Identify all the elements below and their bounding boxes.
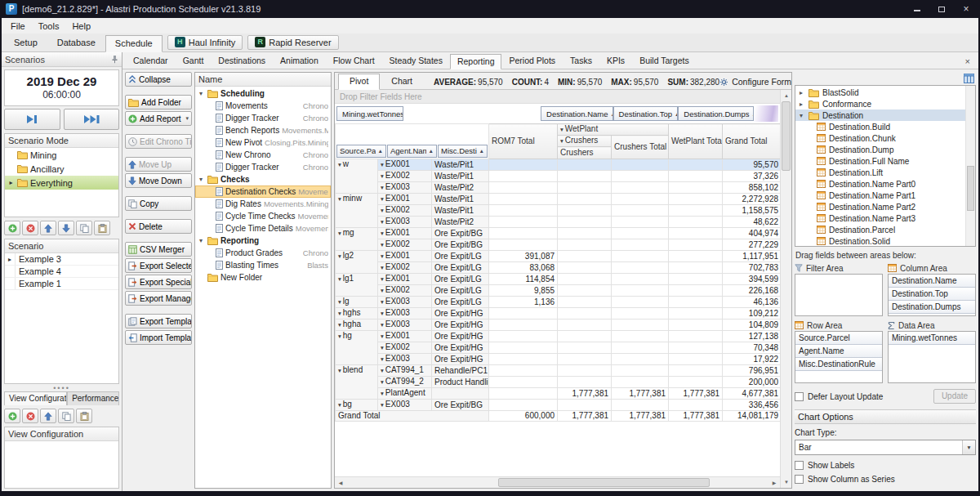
data-cell[interactable] xyxy=(669,274,723,285)
collapse-icon[interactable]: ▾ xyxy=(381,298,384,306)
column-chip-destination-name[interactable]: Destination.Name▲ xyxy=(541,106,613,121)
data-cell[interactable] xyxy=(669,342,723,354)
data-cell[interactable] xyxy=(558,308,612,319)
row-header-agent[interactable]: ▾EX002 xyxy=(378,171,432,182)
col-header-crushers[interactable]: Crushers xyxy=(558,147,612,159)
data-cell[interactable]: 70,348 xyxy=(723,342,782,354)
expander-icon[interactable]: ▾ xyxy=(197,237,205,244)
collapse-icon[interactable]: ▾ xyxy=(560,137,564,145)
data-cell[interactable] xyxy=(489,354,558,365)
data-cell[interactable] xyxy=(489,388,558,400)
tree-report-dig-rates[interactable]: Dig RatesMovements.Mining xyxy=(195,198,331,210)
data-cell[interactable]: 226,168 xyxy=(723,285,782,297)
data-cell[interactable]: 1,136 xyxy=(489,297,558,308)
area-field-destination-dumps[interactable]: Destination.Dumps xyxy=(889,301,975,314)
row-header-destination[interactable]: Ore Expit/BG xyxy=(432,228,489,239)
collapse-icon[interactable]: ▾ xyxy=(381,252,384,260)
data-cell[interactable] xyxy=(612,251,669,262)
panel-splitter[interactable]: •••• xyxy=(2,384,122,391)
show-labels-checkbox[interactable] xyxy=(795,461,804,470)
field-item-destination-solid[interactable]: Destination.Solid xyxy=(795,235,965,246)
row-header-agent[interactable]: ▾EX001 xyxy=(378,194,432,205)
data-cell[interactable] xyxy=(612,217,669,228)
menu-tools[interactable]: Tools xyxy=(32,20,66,33)
collapse-icon[interactable]: ▾ xyxy=(381,264,384,271)
data-cell[interactable] xyxy=(612,331,669,342)
row-header-parcel[interactable]: ▾hghs xyxy=(336,308,378,319)
field-item-destination-name-part0[interactable]: Destination.Name Part0 xyxy=(795,178,965,190)
collapse-icon[interactable]: ▾ xyxy=(381,207,384,214)
data-cell[interactable] xyxy=(558,171,612,182)
row-header-destination[interactable]: Ore Expit/HG xyxy=(432,354,489,365)
col-header-crushers-total[interactable]: Crushers Total xyxy=(612,136,669,159)
scenario-row-example-3[interactable]: ▸Example 3 xyxy=(5,253,118,266)
row-header-parcel[interactable]: ▾bg xyxy=(336,400,378,411)
data-cell[interactable] xyxy=(669,400,723,411)
collapse-icon[interactable]: ▾ xyxy=(381,344,384,351)
collapse-icon[interactable]: ▾ xyxy=(381,184,384,191)
data-cell[interactable] xyxy=(669,365,723,377)
data-cell[interactable]: 394,599 xyxy=(723,274,782,285)
collapse-icon[interactable]: ▾ xyxy=(338,367,341,374)
data-cell[interactable] xyxy=(612,297,669,308)
export-selected-button[interactable]: Export Selected xyxy=(125,258,192,273)
defer-layout-checkbox[interactable] xyxy=(795,392,804,401)
data-cell[interactable] xyxy=(612,182,669,194)
collapse-icon[interactable]: ▾ xyxy=(381,390,384,397)
row-header-agent[interactable]: ▾EX001 xyxy=(378,331,432,342)
scenario-row-example-1[interactable]: Example 1 xyxy=(5,278,118,290)
pin-icon[interactable] xyxy=(111,55,118,64)
add-folder-button[interactable]: Add Folder xyxy=(125,95,192,109)
row-header-agent[interactable]: ▾EX001 xyxy=(378,274,432,285)
row-header-agent[interactable]: ▾CAT994_2 xyxy=(378,377,432,388)
row-header-destination[interactable]: Waste/Pit1 xyxy=(432,205,489,217)
report-tab-calendar[interactable]: Calendar xyxy=(126,53,176,69)
data-cell[interactable] xyxy=(558,354,612,365)
remove-button[interactable] xyxy=(22,409,38,423)
row-header-destination[interactable]: Ore Expit/BG xyxy=(432,239,489,251)
move-up-button[interactable]: Move Up xyxy=(125,157,192,172)
col-header-wetplant-total[interactable]: WetPlant Total xyxy=(669,124,723,159)
row-header-agent[interactable]: ▾EX003 xyxy=(378,354,432,365)
collapse-icon[interactable]: ▾ xyxy=(381,241,384,248)
data-cell[interactable]: 858,102 xyxy=(723,182,782,194)
data-cell[interactable] xyxy=(612,285,669,297)
data-cell[interactable] xyxy=(669,251,723,262)
field-item-destination-full-name[interactable]: Destination.Full Name xyxy=(795,155,965,167)
data-cell[interactable] xyxy=(669,285,723,297)
collapse-icon[interactable]: ▾ xyxy=(381,230,384,237)
tree-report-cycle-time-details[interactable]: Cycle Time DetailsMovements.Mining xyxy=(195,222,331,235)
data-cell[interactable] xyxy=(669,297,723,308)
row-chip-agent-name[interactable]: Agent.Name▲ xyxy=(387,145,437,158)
data-cell[interactable] xyxy=(669,331,723,342)
data-cell[interactable] xyxy=(489,194,558,205)
copy-button[interactable] xyxy=(58,409,74,423)
hscroll-thumb[interactable] xyxy=(498,478,710,487)
col-header-crushers-group[interactable]: ▾Crushers xyxy=(558,136,612,147)
data-cell[interactable] xyxy=(669,194,723,205)
report-tab-tasks[interactable]: Tasks xyxy=(563,53,599,69)
data-cell[interactable] xyxy=(489,171,558,182)
data-cell[interactable] xyxy=(489,182,558,194)
data-cell[interactable]: 404,974 xyxy=(723,228,782,239)
row-header-parcel[interactable]: ▾lg xyxy=(336,297,378,308)
data-cell[interactable] xyxy=(489,342,558,354)
moveup-button[interactable] xyxy=(40,409,56,423)
expander-icon[interactable]: ▾ xyxy=(197,176,205,183)
data-cell[interactable] xyxy=(489,217,558,228)
data-cell[interactable] xyxy=(558,342,612,354)
collapse-icon[interactable]: ▾ xyxy=(381,333,384,340)
data-cell[interactable] xyxy=(558,297,612,308)
collapse-button[interactable]: Collapse xyxy=(125,72,192,87)
collapse-icon[interactable]: ▾ xyxy=(381,367,384,374)
export-special-button[interactable]: Export Special▾ xyxy=(125,275,192,289)
report-tab-steady-states[interactable]: Steady States xyxy=(382,53,450,69)
data-cell[interactable] xyxy=(489,159,558,171)
row-header-parcel[interactable]: ▾lg1 xyxy=(336,274,378,297)
data-cell[interactable] xyxy=(558,274,612,285)
collapse-icon[interactable]: ▾ xyxy=(381,401,384,409)
row-header-agent[interactable]: ▾CAT994_1 xyxy=(378,365,432,377)
tab-rapid-reserver[interactable]: RRapid Reserver xyxy=(247,35,338,50)
collapse-icon[interactable]: ▾ xyxy=(338,401,341,409)
row-header-agent[interactable]: ▾EX002 xyxy=(378,205,432,217)
